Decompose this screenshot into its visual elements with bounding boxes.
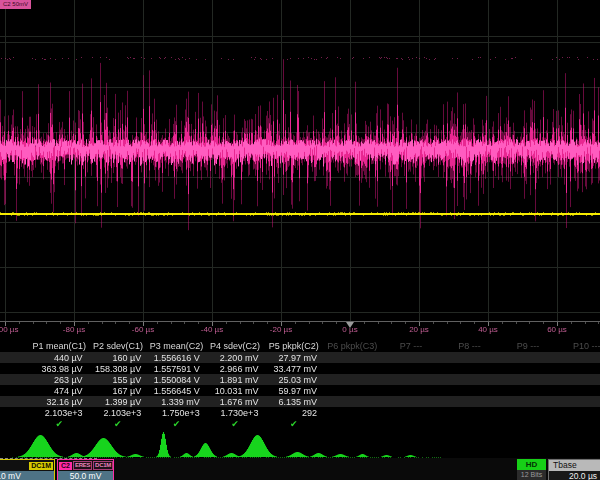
param-header-inactive[interactable]: P10 --- (573, 341, 600, 351)
timebase-descriptor[interactable]: Tbase 20.0 µs (548, 459, 600, 480)
stat-sdev-value: 32.16 µV (30, 397, 83, 407)
timebase-title: Tbase (549, 460, 600, 471)
stat-mean-value: 33.477 mV (264, 364, 317, 374)
c2-vdiv-value: 50.0 mV (58, 471, 113, 480)
c2-eres-badge: ERES (73, 461, 92, 470)
c1-coupling-badge: DC1M (29, 462, 53, 470)
stat-value-value: 440 µV (30, 353, 83, 363)
stat-sdev-value: 1.676 mV (206, 397, 259, 407)
time-axis-label: -60 µs (132, 325, 154, 334)
param-header[interactable]: P2 sdev(C1) (93, 341, 143, 351)
stat-max-value: 59.97 mV (264, 386, 317, 396)
param-header-inactive[interactable]: P7 --- (400, 341, 423, 351)
stat-num-value: 2.103e+3 (30, 408, 83, 418)
stat-min-value: 1.550084 V (147, 375, 200, 385)
stat-value-value: 160 µV (89, 353, 142, 363)
stat-min-value: 155 µV (89, 375, 142, 385)
channel-c2-descriptor[interactable]: C2 ERES DC1M 50.0 mV (57, 459, 114, 480)
hd-mode-indicator[interactable]: HD 12 Bits (517, 459, 546, 480)
param-header[interactable]: P1 mean(C1) (33, 341, 87, 351)
descriptor-bar: DC1M 50.0 mV C2 ERES DC1M 50.0 mV + HD 1… (0, 458, 600, 480)
stat-num-value: 292 (264, 408, 317, 418)
stat-value-value: 2.200 mV (206, 353, 259, 363)
stat-value-value: 1.556616 V (147, 353, 200, 363)
stat-max-value: 474 µV (30, 386, 83, 396)
time-axis-label: 0 µs (342, 325, 357, 334)
time-axis-label: -40 µs (201, 325, 223, 334)
oscilloscope-screen: C2 50mV -100 µs-80 µs-60 µs-40 µs-20 µs0… (0, 0, 600, 480)
time-axis-label: 40 µs (478, 325, 498, 334)
stat-value-value: 27.97 mV (264, 353, 317, 363)
stat-mean-value: 158.308 µV (89, 364, 142, 374)
waveform-grid[interactable]: C2 50mV (0, 0, 600, 321)
c2-coupling-badge: DC1M (93, 461, 113, 470)
stat-max-value: 10.031 mV (206, 386, 259, 396)
channel-c1-descriptor[interactable]: DC1M 50.0 mV (0, 459, 55, 480)
param-header-inactive[interactable]: P8 --- (458, 341, 481, 351)
status-check-icon: ✔ (114, 419, 122, 429)
stat-num-value: 1.750e+3 (147, 408, 200, 418)
param-header[interactable]: P3 mean(C2) (150, 341, 204, 351)
stat-min-value: 263 µV (30, 375, 83, 385)
stat-sdev-value: 1.399 µV (89, 397, 142, 407)
trace-annotation-badge[interactable]: C2 50mV (0, 0, 31, 9)
status-check-icon: ✔ (173, 419, 181, 429)
c2-header: C2 ERES DC1M (58, 460, 113, 471)
time-axis-label: -100 µs (0, 325, 18, 334)
stat-max-value: 167 µV (89, 386, 142, 396)
param-header-inactive[interactable]: P9 --- (517, 341, 540, 351)
stat-mean-value: 363.98 µV (30, 364, 83, 374)
hd-bits-label: 12 Bits (517, 470, 546, 480)
stat-min-value: 25.03 mV (264, 375, 317, 385)
measurement-table: P1 mean(C1)P2 sdev(C1)P3 mean(C2)P4 sdev… (0, 338, 600, 432)
time-axis-label: -80 µs (63, 325, 85, 334)
c1-header: DC1M (0, 460, 54, 471)
hd-badge: HD (517, 459, 546, 470)
time-axis-label: -20 µs (270, 325, 292, 334)
stat-sdev-value: 1.339 mV (147, 397, 200, 407)
time-axis: -100 µs-80 µs-60 µs-40 µs-20 µs0 µs20 µs… (0, 321, 600, 336)
param-header-inactive[interactable]: P6 pkpk(C3) (327, 341, 377, 351)
stat-mean-value: 1.557591 V (147, 364, 200, 374)
timebase-value: 20.0 µs (549, 471, 600, 480)
stat-min-value: 1.891 mV (206, 375, 259, 385)
param-header[interactable]: P4 sdev(C2) (210, 341, 260, 351)
stat-num-value: 2.103e+3 (89, 408, 142, 418)
time-axis-label: 60 µs (547, 325, 567, 334)
stat-mean-value: 2.966 mV (206, 364, 259, 374)
status-check-icon: ✔ (231, 419, 239, 429)
c2-title-badge: C2 (59, 462, 72, 470)
time-axis-label: 20 µs (409, 325, 429, 334)
stat-num-value: 1.730e+3 (206, 408, 259, 418)
status-check-icon: ✔ (290, 419, 298, 429)
c1-vdiv-value: 50.0 mV (0, 471, 54, 480)
param-header[interactable]: P5 pkpk(C2) (269, 341, 319, 351)
stat-sdev-value: 6.135 mV (264, 397, 317, 407)
stat-max-value: 1.556645 V (147, 386, 200, 396)
status-check-icon: ✔ (56, 419, 64, 429)
